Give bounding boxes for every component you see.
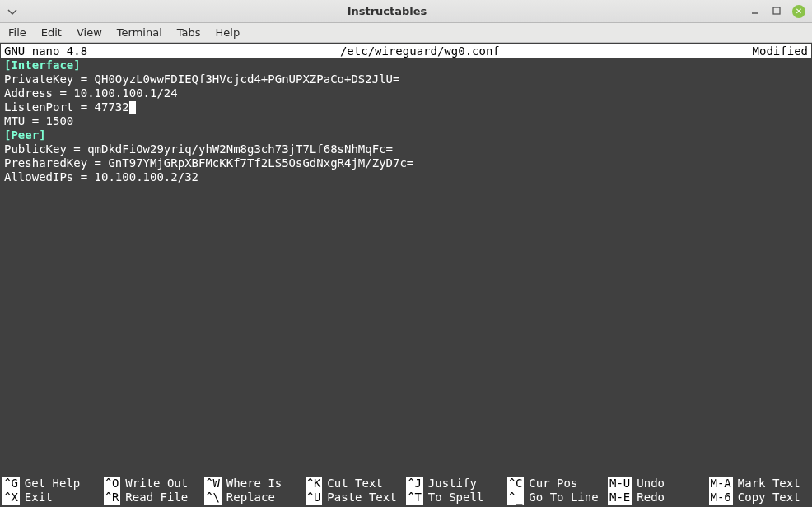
window-title: Instructables [25,5,749,17]
label: Paste Text [327,491,396,505]
line-allowedips: AllowedIPs = 10.100.100.2/32 [4,170,808,184]
label: Cut Text [327,477,382,491]
label: Cur Pos [529,477,577,491]
shortcut-redo: M-ERedo [608,491,709,505]
label: Read File [125,491,188,505]
shortcut-paste-text: ^UPaste Text [306,491,407,505]
titlebar: Instructables ✕ [0,0,812,23]
key: M-6 [709,491,733,505]
label: Go To Line [529,491,598,505]
editor-content[interactable]: [Interface]PrivateKey = QH0OyzL0wwFDIEQf… [1,58,811,477]
key: ^J [406,477,423,491]
key: ^C [507,477,525,491]
minimize-button[interactable] [749,5,761,16]
label: To Spell [428,491,483,505]
shortcut-read-file: ^RRead File [104,491,205,505]
label: Redo [637,491,665,505]
key: M-A [709,477,733,491]
nano-shortcut-bar: ^GGet Help ^OWrite Out ^WWhere Is ^KCut … [1,477,811,506]
line-listenport: ListenPort = 47732 [4,100,808,114]
key: ^K [306,477,323,491]
label: Undo [637,477,665,491]
shortcut-cur-pos: ^CCur Pos [507,477,609,491]
shortcut-exit: ^XExit [2,491,104,505]
terminal-area[interactable]: GNU nano 4.8 /etc/wireguard/wg0.conf Mod… [0,43,812,507]
key: ^_ [507,491,525,505]
shortcut-get-help: ^GGet Help [2,477,104,491]
line-publickey: PublicKey = qmDkdFiOw29yriq/yhW2Nm8g3ch7… [4,142,808,156]
section-interface: [Interface] [4,58,808,72]
nano-app-name: GNU nano 4.8 [4,44,87,58]
menu-help[interactable]: Help [216,26,240,39]
label: Copy Text [738,491,800,505]
label: Mark Text [738,477,800,491]
key: ^G [2,477,20,491]
key: M-U [608,477,632,491]
line-address: Address = 10.100.100.1/24 [4,86,808,100]
svg-rect-1 [773,7,780,14]
shortcut-justify: ^JJustify [406,477,507,491]
shortcut-replace: ^\Replace [204,491,306,505]
key: ^R [104,491,121,505]
menu-view[interactable]: View [77,26,102,39]
key: ^W [204,477,222,491]
cursor [129,101,136,114]
shortcut-mark-text: M-AMark Text [709,477,810,491]
shortcut-undo: M-UUndo [608,477,709,491]
menu-file[interactable]: File [8,26,26,39]
app-menu-icon[interactable] [7,6,18,17]
shortcut-write-out: ^OWrite Out [104,477,205,491]
shortcut-copy-text: M-6Copy Text [709,491,810,505]
nano-titlebar: GNU nano 4.8 /etc/wireguard/wg0.conf Mod… [1,44,811,58]
shortcut-go-to-line: ^_Go To Line [507,491,609,505]
window-controls: ✕ [749,5,805,18]
menu-tabs[interactable]: Tabs [177,26,201,39]
line-mtu: MTU = 1500 [4,114,808,128]
menubar: File Edit View Terminal Tabs Help [0,23,812,43]
label: Exit [25,491,53,505]
shortcut-to-spell: ^TTo Spell [406,491,507,505]
line-presharedkey: PresharedKey = GnT97YMjGRpXBFMcKKf7Tf2LS… [4,156,808,170]
label: Write Out [125,477,188,491]
key: ^\ [204,491,222,505]
line-privatekey: PrivateKey = QH0OyzL0wwFDIEQf3HVcjcd4+PG… [4,72,808,86]
maximize-button[interactable] [771,5,782,16]
menu-edit[interactable]: Edit [41,26,62,39]
close-button[interactable]: ✕ [792,5,805,18]
key: M-E [608,491,632,505]
key: ^U [306,491,323,505]
label: Where Is [226,477,282,491]
label: Get Help [25,477,80,491]
section-peer: [Peer] [4,128,808,142]
shortcut-where-is: ^WWhere Is [204,477,306,491]
nano-filename: /etc/wireguard/wg0.conf [87,44,752,58]
key: ^O [104,477,121,491]
menu-terminal[interactable]: Terminal [117,26,162,39]
key: ^X [2,491,20,505]
shortcut-cut-text: ^KCut Text [306,477,407,491]
listenport-text: ListenPort = 47732 [4,100,129,114]
label: Justify [428,477,477,491]
label: Replace [226,491,275,505]
key: ^T [406,491,423,505]
nano-status: Modified [753,44,808,58]
